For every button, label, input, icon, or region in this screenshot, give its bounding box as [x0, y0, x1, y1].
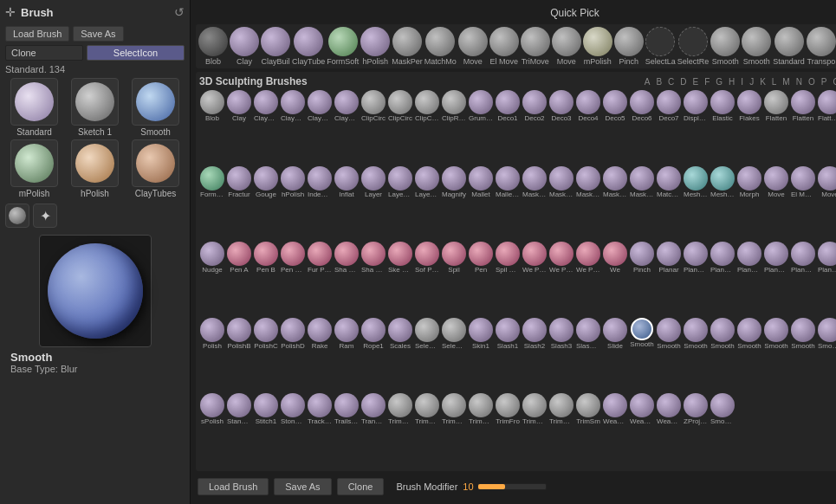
brush-cell-5[interactable]: ClayTube [334, 89, 360, 165]
brush-cell-71[interactable]: We [602, 241, 628, 316]
brush-cell-122[interactable]: TrimDyn [468, 392, 494, 468]
brush-cell-16[interactable]: Deco6 [629, 89, 655, 165]
brush-cell-62[interactable]: Sha Pen [360, 241, 386, 316]
alpha-letter-D[interactable]: D [678, 76, 688, 87]
qp-item-8[interactable]: Move [458, 27, 488, 66]
brush-cell-103[interactable]: Smooth [710, 317, 736, 392]
brush-cell-90[interactable]: Rope1 [360, 317, 386, 392]
brush-cell-63[interactable]: Ske Pen [387, 241, 413, 316]
brush-cell-104[interactable]: Smooth [736, 317, 762, 392]
brush-cell-12[interactable]: Deco2 [522, 89, 548, 165]
brush-cell-93[interactable]: SelectRe [441, 317, 467, 392]
alpha-letter-K[interactable]: K [758, 76, 768, 87]
clone-input[interactable] [5, 45, 83, 61]
qp-item-13[interactable]: Pinch [614, 27, 644, 66]
qp-item-7[interactable]: MatchMo [424, 27, 457, 66]
qp-item-9[interactable]: El Move [489, 27, 519, 66]
brush-cell-0[interactable]: Blob [199, 89, 225, 165]
brush-cell-86[interactable]: PolishC [253, 317, 279, 392]
qp-item-2[interactable]: ClayBuil [261, 27, 290, 66]
brush-cell-94[interactable]: Skin1 [468, 317, 494, 392]
brush-cell-18[interactable]: Displace [683, 89, 709, 165]
select-icon-button[interactable]: SelectIcon [87, 45, 185, 61]
brush-cell-130[interactable]: ZProject [683, 392, 709, 468]
brush-cell-60[interactable]: Fur Pen [307, 241, 333, 316]
small-thumb-2[interactable]: ✦ [33, 204, 57, 228]
brush-cell-121[interactable]: TrimDyn [441, 392, 467, 468]
save-as-button[interactable]: Save As [73, 26, 123, 42]
qp-item-3[interactable]: ClayTube [292, 27, 325, 66]
brush-cell-126[interactable]: TrimSm [575, 392, 601, 468]
brush-cell-67[interactable]: Spil Pen [495, 241, 521, 316]
qp-item-14[interactable]: SelectLa [645, 27, 676, 66]
brush-cell-98[interactable]: Slash3Li [575, 317, 601, 392]
brush-cell-91[interactable]: Scales [387, 317, 413, 392]
qp-item-15[interactable]: SelectRe [677, 27, 710, 66]
brush-cell-46[interactable]: MeshInse [683, 165, 709, 241]
brush-cell-75[interactable]: PlanarCu [710, 241, 736, 316]
alpha-letter-N[interactable]: N [794, 76, 804, 87]
brush-cell-19[interactable]: Elastic [710, 89, 736, 165]
brush-cell-38[interactable]: Mallet [468, 165, 494, 241]
brush-cell-99[interactable]: Slide [602, 317, 628, 392]
brush-cell-1[interactable]: Clay [226, 89, 252, 165]
brush-cell-73[interactable]: Planar [656, 241, 682, 316]
brush-cell-113[interactable]: Standar [226, 392, 252, 468]
alpha-letter-C[interactable]: C [666, 76, 676, 87]
brush-cell-42[interactable]: MaskLas [575, 165, 601, 241]
brush-thumb-standard[interactable]: Standard [5, 78, 63, 137]
brush-cell-95[interactable]: Slash1 [495, 317, 521, 392]
bottom-load-brush-button[interactable]: Load Brush [198, 478, 269, 495]
brush-cell-118[interactable]: Transpo [360, 392, 386, 468]
qp-item-6[interactable]: MaskPer [392, 27, 423, 66]
brush-cell-58[interactable]: Pen B [253, 241, 279, 316]
brush-thumb-sketch[interactable]: Sketch 1 [66, 78, 124, 137]
qp-item-0[interactable]: Blob [198, 27, 228, 66]
brush-thumb-mpolish[interactable]: mPolish [5, 139, 63, 198]
alpha-letter-H[interactable]: H [727, 76, 736, 87]
alpha-letter-B[interactable]: B [654, 76, 664, 87]
brush-cell-40[interactable]: MaskCir [522, 165, 548, 241]
brush-cell-65[interactable]: Spil [441, 241, 467, 316]
brush-cell-14[interactable]: Deco4 [575, 89, 601, 165]
alpha-letter-J[interactable]: J [748, 76, 755, 87]
brush-cell-70[interactable]: We Pen [575, 241, 601, 316]
brush-cell-13[interactable]: Deco3 [548, 89, 574, 165]
brush-cell-45[interactable]: MatchMo [656, 165, 682, 241]
qp-item-4[interactable]: FormSoft [327, 27, 359, 66]
brush-cell-77[interactable]: PlanarLir [763, 241, 789, 316]
brush-cell-10[interactable]: Grumple [468, 89, 494, 165]
brush-cell-64[interactable]: Sof Pen [414, 241, 440, 316]
qp-item-19[interactable]: Transpo [807, 27, 836, 66]
brush-cell-84[interactable]: Polish [199, 317, 225, 392]
refresh-icon[interactable]: ↺ [174, 5, 185, 19]
alpha-letter-I[interactable]: I [739, 76, 745, 87]
brush-cell-36[interactable]: LayerRo [414, 165, 440, 241]
brush-cell-114[interactable]: Stitch1 [253, 392, 279, 468]
brush-cell-20[interactable]: Flakes [736, 89, 762, 165]
brush-cell-115[interactable]: StoneW [280, 392, 306, 468]
brush-cell-3[interactable]: ClayLine [280, 89, 306, 165]
brush-cell-28[interactable]: FormXtr [199, 165, 225, 241]
alpha-letter-A[interactable]: A [643, 76, 652, 87]
brush-cell-131[interactable]: Smooth3 [710, 392, 736, 468]
brush-cell-32[interactable]: IndentBo [307, 165, 333, 241]
small-thumb-1[interactable] [5, 204, 29, 228]
modifier-slider[interactable] [477, 483, 547, 490]
qp-item-5[interactable]: hPolish [360, 27, 390, 66]
alpha-letter-F[interactable]: F [703, 76, 711, 87]
alpha-letter-L[interactable]: L [770, 76, 779, 87]
brush-cell-119[interactable]: TrimAda [387, 392, 413, 468]
brush-cell-8[interactable]: ClipCurv [414, 89, 440, 165]
brush-cell-59[interactable]: Pen Dot [280, 241, 306, 316]
brush-cell-112[interactable]: sPolish [199, 392, 225, 468]
brush-cell-92[interactable]: SelectLa [414, 317, 440, 392]
brush-cell-107[interactable]: SmoothD [817, 317, 836, 392]
brush-cell-15[interactable]: Deco5 [602, 89, 628, 165]
brush-cell-21[interactable]: Flatten [763, 89, 789, 165]
brush-cell-33[interactable]: Inflat [334, 165, 360, 241]
alpha-letter-G[interactable]: G [714, 76, 724, 87]
brush-cell-2[interactable]: ClayBuil [253, 89, 279, 165]
brush-cell-56[interactable]: Nudge [199, 241, 225, 316]
brush-cell-88[interactable]: Rake [307, 317, 333, 392]
